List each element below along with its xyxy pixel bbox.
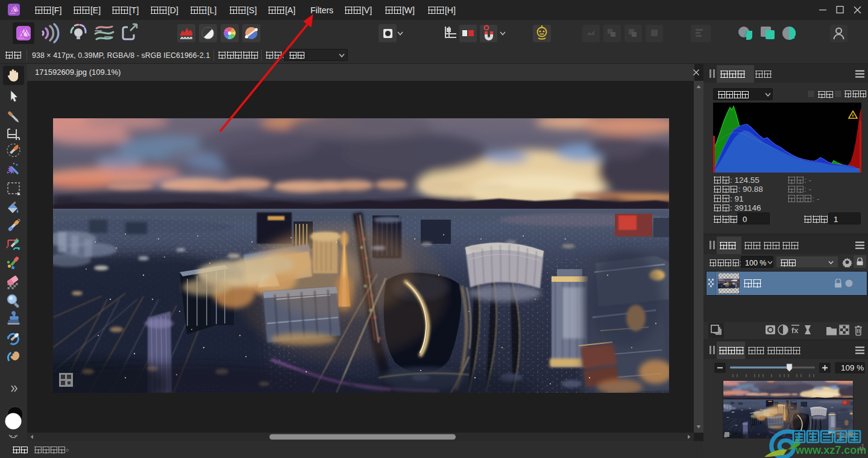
- svg-text:109 %: 109 %: [841, 363, 864, 372]
- svg-text:fx: fx: [791, 326, 799, 335]
- svg-text:www.xz7.com: www.xz7.com: [795, 444, 866, 456]
